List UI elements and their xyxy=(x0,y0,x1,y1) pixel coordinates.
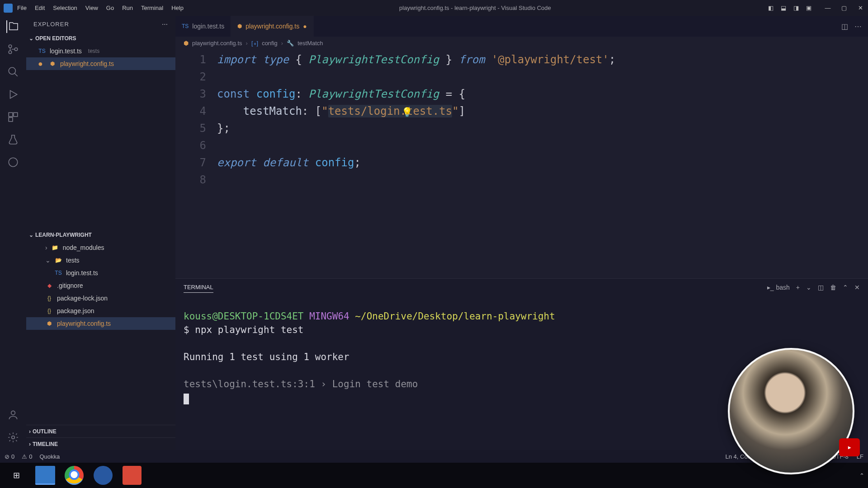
new-terminal-icon[interactable]: + xyxy=(796,284,800,291)
svg-point-2 xyxy=(14,48,18,51)
settings-gear-icon[interactable] xyxy=(7,431,19,444)
tab-label: login.test.ts xyxy=(192,23,224,30)
editor-tabs: TS login.test.ts ⬢ playwright.config.ts … xyxy=(175,16,868,37)
chevron-down-icon: ⌄ xyxy=(29,35,33,42)
layout-panel-icon[interactable]: ⬓ xyxy=(779,4,788,12)
project-section[interactable]: ⌄ LEARN-PLAYWRIGHT xyxy=(26,229,175,241)
status-quokka[interactable]: Quokka xyxy=(39,453,60,460)
status-errors[interactable]: ⊘ 0 xyxy=(5,453,14,460)
shell-label: bash xyxy=(776,284,789,291)
terminal-user: kouss@DESKTOP-1CDS4ET xyxy=(184,311,304,322)
subscribe-badge-icon: ▶ xyxy=(839,438,860,456)
layout-sidebar-right-icon[interactable]: ◨ xyxy=(792,4,800,12)
folder-name: node_modules xyxy=(63,244,104,251)
terminal-icon: ▸_ xyxy=(767,284,774,291)
terminal-tab[interactable]: TERMINAL xyxy=(184,282,213,293)
file-name: playwright.config.ts xyxy=(60,60,114,67)
accounts-icon[interactable] xyxy=(7,408,19,421)
layout-customize-icon[interactable]: ▣ xyxy=(805,4,813,12)
menu-run[interactable]: Run xyxy=(122,5,133,11)
folder-node-modules[interactable]: › 📁 node_modules xyxy=(26,241,175,254)
split-editor-icon[interactable]: ◫ xyxy=(841,22,848,31)
menu-edit[interactable]: Edit xyxy=(35,5,45,11)
vscode-logo-icon xyxy=(4,4,13,13)
menu-selection[interactable]: Selection xyxy=(53,5,77,11)
layout-sidebar-left-icon[interactable]: ◧ xyxy=(767,4,775,12)
terminal-dropdown-icon[interactable]: ⌄ xyxy=(806,284,811,291)
chevron-right-icon: › xyxy=(29,428,31,435)
timeline-section[interactable]: › TIMELINE xyxy=(26,437,175,450)
json-file-icon: {} xyxy=(45,294,53,302)
more-actions-icon[interactable]: ⋯ xyxy=(854,22,862,31)
file-package-json[interactable]: {} package.json xyxy=(26,305,175,317)
menu-go[interactable]: Go xyxy=(106,5,114,11)
quokka-icon[interactable] xyxy=(7,156,19,169)
search-icon[interactable] xyxy=(7,66,19,78)
svg-point-7 xyxy=(9,158,18,167)
extensions-icon[interactable] xyxy=(7,111,19,123)
maximize-icon[interactable]: ▢ xyxy=(840,4,848,12)
file-login-test[interactable]: TS login.test.ts xyxy=(26,267,175,279)
ts-file-icon: TS xyxy=(54,269,62,277)
minimize-icon[interactable]: — xyxy=(824,4,832,12)
taskbar-app[interactable] xyxy=(119,465,145,486)
menu-help[interactable]: Help xyxy=(171,5,184,11)
open-editor-item[interactable]: TS login.test.ts tests xyxy=(26,45,175,57)
sidebar-more-icon[interactable]: ⋯ xyxy=(162,21,168,28)
folder-tests[interactable]: ⌄ 📂 tests xyxy=(26,254,175,267)
start-button[interactable]: ⊞ xyxy=(4,465,29,486)
breadcrumb-item[interactable]: config xyxy=(262,40,278,47)
taskbar-vscode[interactable] xyxy=(33,465,58,486)
breadcrumb-item[interactable]: playwright.config.ts xyxy=(192,40,242,47)
file-playwright-config[interactable]: ⬢ playwright.config.ts xyxy=(26,317,175,330)
source-control-icon[interactable] xyxy=(7,43,19,56)
title-bar: File Edit Selection View Go Run Terminal… xyxy=(0,0,868,16)
svg-rect-6 xyxy=(9,117,13,122)
file-package-lock[interactable]: {} package-lock.json xyxy=(26,292,175,305)
ts-file-icon: ⬢ xyxy=(48,60,57,68)
kill-terminal-icon[interactable]: 🗑 xyxy=(830,284,836,291)
status-warnings[interactable]: ⚠ 0 xyxy=(22,453,32,460)
code-content[interactable]: import type { PlaywrightTestConfig } fro… xyxy=(217,51,868,278)
explorer-sidebar: EXPLORER ⋯ ⌄ OPEN EDITORS TS login.test.… xyxy=(26,16,175,450)
menu-view[interactable]: View xyxy=(85,5,98,11)
open-editors-section[interactable]: ⌄ OPEN EDITORS xyxy=(26,32,175,45)
run-debug-icon[interactable] xyxy=(7,88,19,101)
terminal-prompt: $ xyxy=(184,324,195,335)
lightbulb-hint-icon[interactable]: 💡 xyxy=(401,103,413,121)
webcam-overlay xyxy=(728,348,854,474)
menu-bar: File Edit Selection View Go Run Terminal… xyxy=(17,5,184,11)
explorer-icon[interactable] xyxy=(6,20,19,33)
svg-point-8 xyxy=(11,411,15,415)
maximize-panel-icon[interactable]: ⌃ xyxy=(843,284,848,291)
tab-login-test[interactable]: TS login.test.ts xyxy=(175,16,231,37)
windows-taskbar: ⊞ ⌃ xyxy=(0,463,868,488)
taskbar-chrome[interactable] xyxy=(61,465,87,486)
file-name: playwright.config.ts xyxy=(57,320,111,327)
split-terminal-icon[interactable]: ◫ xyxy=(818,284,824,291)
status-bar: ⊘ 0 ⚠ 0 Quokka Ln 4, Col 22 (1 selected)… xyxy=(0,450,868,463)
code-editor[interactable]: 12345678 import type { PlaywrightTestCon… xyxy=(175,49,868,278)
open-editor-item-active[interactable]: ● ⬢ playwright.config.ts xyxy=(26,57,175,70)
tray-chevron-icon[interactable]: ⌃ xyxy=(859,472,864,479)
terminal-shell-selector[interactable]: ▸_ bash xyxy=(767,284,790,291)
svg-point-9 xyxy=(12,436,15,439)
menu-file[interactable]: File xyxy=(17,5,27,11)
project-label: LEARN-PLAYWRIGHT xyxy=(35,232,92,238)
tab-playwright-config[interactable]: ⬢ playwright.config.ts ● xyxy=(231,16,314,37)
breadcrumb[interactable]: ⬢ playwright.config.ts › [∘] config › 🔧 … xyxy=(175,37,868,49)
svg-rect-4 xyxy=(9,113,13,117)
outline-section[interactable]: › OUTLINE xyxy=(26,425,175,437)
file-hint: tests xyxy=(88,48,99,54)
menu-terminal[interactable]: Terminal xyxy=(141,5,163,11)
file-gitignore[interactable]: ◆ .gitignore xyxy=(26,279,175,292)
breadcrumb-item[interactable]: testMatch xyxy=(297,40,323,47)
tab-modified-icon[interactable]: ● xyxy=(303,23,307,30)
close-icon[interactable]: ✕ xyxy=(856,4,864,12)
ts-file-icon: ⬢ xyxy=(184,40,189,47)
taskbar-app[interactable] xyxy=(90,465,116,486)
close-panel-icon[interactable]: ✕ xyxy=(854,284,860,291)
terminal-path: ~/OneDrive/Desktop/learn-playwright xyxy=(355,311,555,322)
testing-icon[interactable] xyxy=(7,133,19,146)
symbol-variable-icon: [∘] xyxy=(251,40,258,47)
